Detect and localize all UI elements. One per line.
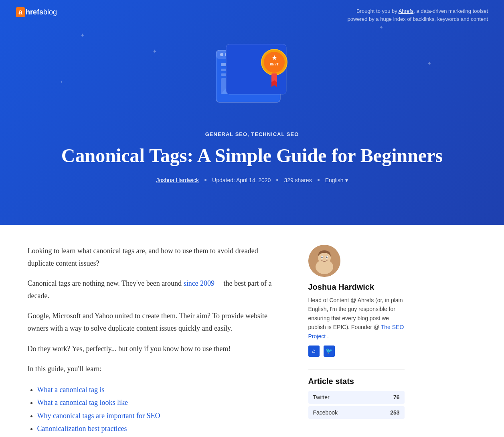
- toc-link-4[interactable]: Canonicalization best practices: [37, 425, 127, 433]
- toc-list: What a canonical tag is What a canonical…: [28, 383, 284, 435]
- meta-separator-1: [204, 179, 206, 181]
- hero-meta: Joshua Hardwick Updated: April 14, 2020 …: [0, 177, 504, 207]
- article-p1: Canonical tags are nothing new. They've …: [28, 277, 284, 302]
- meta-separator-3: [318, 179, 320, 181]
- svg-point-22: [321, 256, 323, 258]
- home-icon: ⌂: [312, 348, 315, 354]
- dropdown-chevron-icon: ▾: [345, 177, 348, 183]
- stat-row-facebook: Facebook 253: [308, 406, 405, 419]
- author-home-link[interactable]: ⌂: [308, 346, 320, 357]
- list-item: What a canonical tag is: [37, 383, 284, 396]
- share-count: 329 shares: [284, 177, 312, 183]
- twitter-icon: 🐦: [326, 348, 332, 354]
- author-twitter-link[interactable]: 🐦: [324, 346, 335, 357]
- language-label: English: [325, 177, 344, 183]
- article-p3: Do they work? Yes, perfectly... but only…: [28, 343, 284, 355]
- author-social-links: ⌂ 🐦: [308, 346, 405, 357]
- logo-blog: blog: [43, 8, 57, 16]
- hero-illustration: ★ BEST: [0, 30, 504, 130]
- article-p2: Google, Microsoft and Yahoo united to cr…: [28, 310, 284, 334]
- list-item: What a canonical tag looks like: [37, 396, 284, 409]
- toc-link-2[interactable]: What a canonical tag looks like: [37, 398, 128, 407]
- header-tagline: Brought to you by Ahrefs, a data-driven …: [336, 7, 488, 23]
- p1-text: Canonical tags are nothing new. They've …: [28, 279, 182, 287]
- article-title: Canonical Tags: A Simple Guide for Begin…: [8, 144, 496, 167]
- stat-value-facebook: 253: [390, 409, 399, 416]
- stat-value-twitter: 76: [393, 394, 400, 400]
- logo-link[interactable]: a hrefs blog: [16, 7, 57, 17]
- stat-label-facebook: Facebook: [313, 409, 338, 416]
- stat-row-twitter: Twitter 76: [308, 391, 405, 404]
- author-card: Joshua Hardwick Head of Content @ Ahrefs…: [308, 245, 405, 357]
- sidebar-author-name: Joshua Hardwick: [308, 283, 405, 292]
- updated-date: Updated: April 14, 2020: [212, 177, 271, 183]
- author-link[interactable]: Joshua Hardwick: [156, 177, 199, 183]
- author-bio-suffix: .: [327, 333, 329, 339]
- article-body: Looking to learn what canonical tags are…: [28, 245, 284, 437]
- categories-text: GENERAL SEO, TECHNICAL SEO: [205, 131, 299, 137]
- stat-label-twitter: Twitter: [313, 394, 330, 400]
- hero-categories: GENERAL SEO, TECHNICAL SEO: [0, 130, 504, 138]
- logo-a: a: [16, 7, 25, 17]
- article-p4: In this guide, you'll learn:: [28, 363, 284, 375]
- top-bar: a hrefs blog Brought to you by Ahrefs, a…: [0, 0, 504, 30]
- svg-point-23: [326, 256, 328, 258]
- article-stats: Article stats Twitter 76 Facebook 253: [308, 369, 405, 419]
- toc-link-3[interactable]: Why canonical tags are important for SEO: [37, 412, 160, 420]
- svg-text:★: ★: [271, 55, 277, 61]
- logo-brand: hrefs: [26, 8, 43, 16]
- hero-section: ✦ ✦ ✦ ✦ ✦ a hrefs blog Brought to you by…: [0, 0, 504, 225]
- list-item: Canonicalization best practices: [37, 422, 284, 435]
- ahrefs-link[interactable]: Ahrefs: [399, 8, 414, 14]
- list-item: Why canonical tags are important for SEO: [37, 409, 284, 422]
- main-content: Looking to learn what canonical tags are…: [16, 225, 489, 437]
- svg-text:BEST: BEST: [269, 62, 279, 66]
- toc-link-1[interactable]: What a canonical tag is: [37, 386, 105, 394]
- sidebar: Joshua Hardwick Head of Content @ Ahrefs…: [308, 245, 405, 437]
- language-selector[interactable]: English ▾: [325, 177, 348, 183]
- sidebar-author-bio: Head of Content @ Ahrefs (or, in plain E…: [308, 296, 405, 341]
- author-avatar: [308, 245, 340, 277]
- since2009-link[interactable]: since 2009: [184, 279, 215, 287]
- article-intro: Looking to learn what canonical tags are…: [28, 245, 284, 269]
- svg-point-2: [220, 53, 223, 56]
- stats-title: Article stats: [308, 377, 405, 386]
- meta-separator-2: [276, 179, 278, 181]
- hero-title-container: Canonical Tags: A Simple Guide for Begin…: [0, 144, 504, 167]
